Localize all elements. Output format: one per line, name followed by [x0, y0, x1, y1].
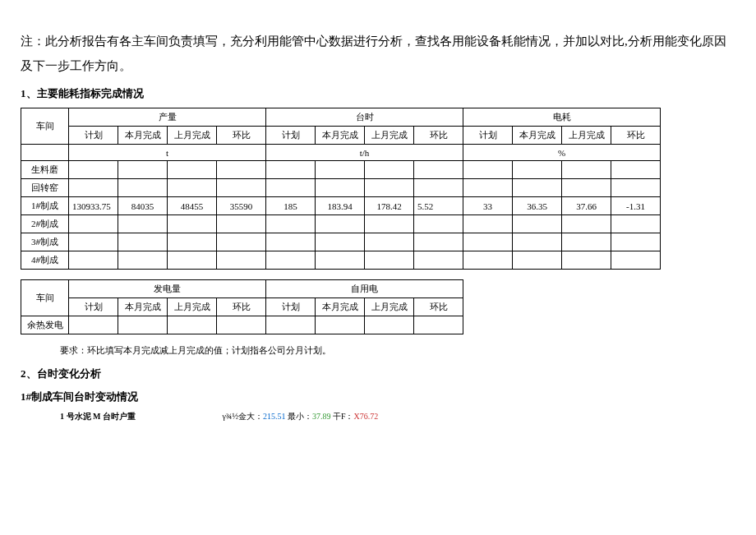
table-cell [118, 161, 168, 179]
section2-title: 2、台时变化分析 [21, 367, 735, 381]
table-cell: 1#制成 [21, 197, 69, 215]
header-workshop: 车间 [21, 108, 69, 145]
table-cell [513, 179, 562, 197]
table-cell [611, 233, 661, 251]
table-cell [513, 251, 562, 270]
table-cell [513, 161, 562, 179]
table-cell [217, 233, 266, 251]
table-cell [217, 161, 266, 179]
header-workshop: 车间 [21, 280, 69, 316]
header-last-month: 上月完成 [168, 298, 217, 316]
header-this-month: 本月完成 [316, 298, 365, 316]
stat-min: 37.89 [312, 412, 331, 421]
table-cell [266, 233, 316, 251]
table-cell: 5.52 [414, 197, 463, 215]
table-cell [463, 179, 513, 197]
table-row: 2#制成 [21, 215, 661, 233]
header-last-month: 上月完成 [562, 127, 611, 145]
stat-line: 1 号水泥 M 台时户重 γ¾½金大：215.51 最小：37.89 干F：X7… [60, 411, 735, 422]
header-this-month: 本月完成 [118, 127, 168, 145]
table-cell: 37.66 [562, 197, 611, 215]
table-row: 3#制成 [21, 233, 661, 251]
header-plan: 计划 [463, 127, 513, 145]
table-cell [118, 215, 168, 233]
intro-note: 注：此分析报告有各主车间负责填写，充分利用能管中心数据进行分析，查找各用能设备耗… [21, 29, 735, 78]
main-energy-table: 车间 产量 台时 电耗 计划 本月完成 上月完成 环比 计划 本月完成 上月完成… [21, 108, 661, 270]
stat-mid: 最小： [285, 412, 312, 421]
table-cell: 48455 [168, 197, 217, 215]
table-cell [168, 179, 217, 197]
table-cell [69, 233, 118, 251]
table-cell: 130933.75 [69, 197, 118, 215]
table-cell [69, 215, 118, 233]
table-cell [266, 215, 316, 233]
unit-pct: % [463, 145, 661, 161]
table-cell [316, 161, 365, 179]
table-cell [365, 161, 414, 179]
table-cell [118, 316, 168, 334]
table-cell [316, 215, 365, 233]
table-cell: 84035 [118, 197, 168, 215]
header-plan: 计划 [266, 127, 316, 145]
table-cell [118, 251, 168, 270]
table-cell: 余热发电 [21, 316, 69, 334]
table-cell [463, 251, 513, 270]
table-cell [168, 233, 217, 251]
table-cell [316, 316, 365, 334]
table-cell [168, 316, 217, 334]
table-cell: -1.31 [611, 197, 661, 215]
section2-subtitle: 1#制成车间台时变动情况 [21, 390, 735, 404]
header-last-month: 上月完成 [365, 298, 414, 316]
table-cell [414, 161, 463, 179]
table-cell [562, 161, 611, 179]
table-cell: 183.94 [316, 197, 365, 215]
table-cell: 178.42 [365, 197, 414, 215]
header-last-month: 上月完成 [365, 127, 414, 145]
header-plan: 计划 [69, 298, 118, 316]
stat-values: γ¾½金大：215.51 最小：37.89 干F：X76.72 [223, 412, 379, 421]
table-cell [316, 179, 365, 197]
table-cell [513, 215, 562, 233]
header-last-month: 上月完成 [168, 127, 217, 145]
header-ratio: 环比 [217, 127, 266, 145]
header-hours: 台时 [266, 108, 463, 127]
table-cell: 2#制成 [21, 215, 69, 233]
table-cell [611, 251, 661, 270]
header-plan: 计划 [266, 298, 316, 316]
header-output: 产量 [69, 108, 266, 127]
table-cell [414, 233, 463, 251]
table-row: 生料磨 [21, 161, 661, 179]
table-cell [217, 215, 266, 233]
table-cell [69, 251, 118, 270]
table-cell [69, 179, 118, 197]
stat-mid2: 干F： [330, 412, 353, 421]
table-cell [266, 251, 316, 270]
header-plan: 计划 [69, 127, 118, 145]
stat-label: 1 号水泥 M 台时户重 [60, 411, 220, 422]
stat-max: 215.51 [263, 412, 286, 421]
table-cell [365, 179, 414, 197]
table-cell [562, 179, 611, 197]
header-ratio: 环比 [611, 127, 661, 145]
table-cell [365, 251, 414, 270]
table-cell [217, 179, 266, 197]
table-cell [266, 316, 316, 334]
header-ratio: 环比 [414, 127, 463, 145]
table-cell: 回转窑 [21, 179, 69, 197]
table-cell: 185 [266, 197, 316, 215]
table-cell [316, 251, 365, 270]
table-cell [168, 161, 217, 179]
table-cell [611, 161, 661, 179]
table-cell [513, 233, 562, 251]
header-this-month: 本月完成 [316, 127, 365, 145]
table-cell [463, 215, 513, 233]
table-cell [118, 179, 168, 197]
table-cell [414, 316, 463, 334]
header-power: 电耗 [463, 108, 661, 127]
table-cell [365, 233, 414, 251]
unit-row-label [21, 145, 69, 161]
table-cell [562, 233, 611, 251]
table-cell [266, 161, 316, 179]
table-cell [562, 215, 611, 233]
header-self: 自用电 [266, 280, 463, 298]
